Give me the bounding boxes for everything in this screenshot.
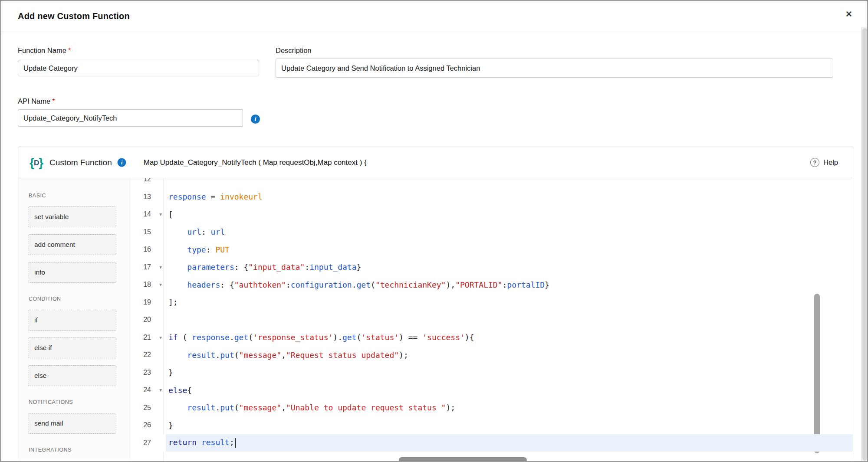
code-line-13[interactable]: 13response = invokeurl — [130, 188, 853, 206]
snippet-button-if[interactable]: if — [28, 310, 116, 331]
code-token: "input_data" — [248, 262, 305, 272]
snippet-button-info[interactable]: info — [28, 262, 116, 283]
code-line-12[interactable]: 12 — [130, 178, 853, 188]
code-token: ( — [357, 333, 362, 342]
code-text: [ — [166, 210, 173, 219]
code-token: ( — [248, 333, 253, 342]
code-token: put — [220, 403, 234, 412]
code-token: invokeurl — [220, 192, 263, 201]
code-line-24[interactable]: 24▾else{ — [130, 381, 853, 399]
code-token: result — [187, 403, 215, 412]
code-line-23[interactable]: 23} — [130, 364, 853, 382]
editor-sidebar: BASICset variableadd commentinfoCONDITIO… — [18, 178, 130, 462]
code-token: "message" — [239, 403, 282, 412]
custom-function-editor-panel: {D} Custom Function i Map Update_Categor… — [18, 147, 853, 462]
fold-arrow-icon[interactable]: ▾ — [155, 329, 166, 347]
code-token: . — [215, 403, 220, 412]
code-token: : — [503, 280, 507, 289]
code-token: url — [187, 227, 201, 236]
fold-spacer — [155, 188, 166, 206]
code-token: 'response_status' — [253, 333, 333, 342]
fold-spacer — [155, 241, 166, 259]
code-token: : — [305, 262, 309, 272]
line-number: 23 — [130, 364, 155, 382]
code-token: : — [201, 227, 211, 236]
code-token: response — [192, 333, 230, 342]
api-name-input[interactable] — [18, 109, 243, 127]
code-line-27[interactable]: 27return result; — [130, 434, 853, 452]
code-token: { — [187, 386, 192, 395]
code-token: input_data — [309, 262, 356, 272]
text-cursor — [235, 438, 236, 448]
code-line-14[interactable]: 14▾[ — [130, 206, 853, 223]
line-number: 12 — [130, 178, 155, 188]
snippet-button-add-comment[interactable]: add comment — [28, 234, 116, 255]
fold-arrow-icon[interactable]: ▾ — [155, 276, 166, 294]
description-input[interactable] — [276, 59, 833, 78]
snippet-button-send-mail[interactable]: send mail — [28, 413, 116, 434]
line-number: 18 — [130, 276, 155, 294]
line-number: 15 — [130, 223, 155, 241]
code-text: type: PUT — [166, 245, 230, 254]
code-text: result.put("message","Request status upd… — [166, 351, 408, 360]
custom-function-info-icon[interactable]: i — [117, 158, 126, 167]
code-token — [197, 438, 201, 447]
deluge-logo-icon: {D} — [30, 157, 43, 169]
fold-spacer — [155, 434, 166, 452]
code-token: : { — [220, 280, 234, 289]
editor-horizontal-scrollbar-thumb[interactable] — [399, 457, 527, 462]
code-token — [168, 280, 187, 289]
fold-arrow-icon[interactable]: ▾ — [155, 259, 166, 276]
function-name-input[interactable] — [18, 60, 259, 76]
code-text: else{ — [166, 386, 192, 395]
deluge-brace-right: } — [39, 157, 43, 169]
fold-spacer — [155, 311, 166, 329]
page-scrollbar-thumb[interactable] — [862, 28, 867, 461]
fold-arrow-icon[interactable]: ▾ — [155, 381, 166, 399]
code-token: : — [206, 245, 216, 254]
close-icon[interactable]: ✕ — [843, 9, 855, 20]
code-line-16[interactable]: 16 type: PUT — [130, 241, 853, 259]
code-token: ) == — [399, 333, 422, 342]
code-editor[interactable]: 1213response = invokeurl14▾[15 url: url1… — [130, 178, 853, 462]
fold-spacer — [155, 294, 166, 311]
code-token: ( — [234, 351, 239, 360]
sidebar-section-label-integrations: INTEGRATIONS — [29, 447, 130, 453]
code-token: headers — [187, 280, 220, 289]
code-line-26[interactable]: 26} — [130, 416, 853, 434]
code-line-18[interactable]: 18▾ headers: {"authtoken":configuration.… — [130, 276, 853, 294]
code-token: if — [168, 333, 178, 342]
line-number: 24 — [130, 381, 155, 399]
code-line-17[interactable]: 17▾ parameters: {"input_data":input_data… — [130, 259, 853, 276]
code-line-20[interactable]: 20 — [130, 311, 853, 329]
description-label: Description — [276, 46, 312, 55]
code-line-15[interactable]: 15 url: url — [130, 223, 853, 241]
code-line-25[interactable]: 25 result.put("message","Unable to updat… — [130, 399, 853, 417]
code-token: PUT — [215, 245, 230, 254]
code-token: ( — [371, 280, 375, 289]
sidebar-section-label-basic: BASIC — [29, 193, 130, 199]
function-signature: Map Update_Category_NotifyTech ( Map req… — [144, 158, 367, 167]
function-name-label-text: Function Name — [18, 46, 66, 54]
code-token: "Request status updated" — [286, 351, 399, 360]
code-line-22[interactable]: 22 result.put("message","Request status … — [130, 346, 853, 364]
code-line-19[interactable]: 19]; — [130, 294, 853, 311]
snippet-button-else[interactable]: else — [28, 365, 116, 386]
code-token: else — [168, 386, 187, 395]
code-token: ); — [399, 351, 408, 360]
code-token — [168, 403, 187, 412]
code-token: , — [281, 351, 286, 360]
code-token: ( — [178, 333, 192, 342]
page-scrollbar[interactable] — [861, 27, 868, 462]
snippet-button-else-if[interactable]: else if — [28, 337, 116, 358]
help-button[interactable]: ? Help — [810, 158, 838, 167]
code-token: portalID — [507, 280, 545, 289]
snippet-button-set-variable[interactable]: set variable — [28, 206, 116, 227]
code-token: "PORTALID" — [455, 280, 502, 289]
info-glyph: i — [121, 159, 122, 166]
fold-arrow-icon[interactable]: ▾ — [155, 206, 166, 223]
code-line-21[interactable]: 21▾if ( response.get('response_status').… — [130, 329, 853, 347]
api-name-label: API Name* — [18, 97, 55, 105]
code-text: if ( response.get('response_status').get… — [166, 333, 474, 342]
api-name-info-icon[interactable]: i — [251, 115, 260, 124]
